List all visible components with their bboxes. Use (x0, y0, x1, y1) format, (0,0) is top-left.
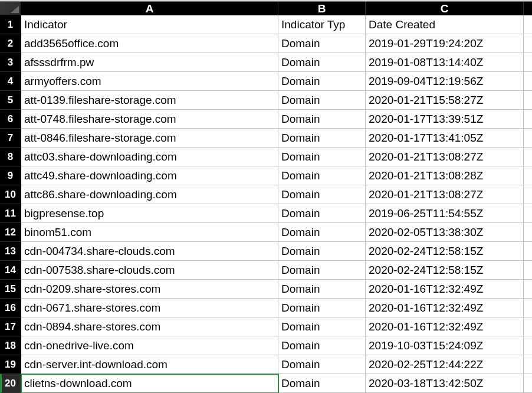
cell-C[interactable]: 2020-02-24T12:58:15Z (366, 242, 524, 261)
cell-B[interactable]: Domain (278, 129, 366, 148)
cell-B[interactable]: Domain (278, 374, 366, 393)
cell-A[interactable]: cdn-007538.share-clouds.com (21, 261, 278, 280)
cell-A[interactable]: cdn-0671.share-stores.com (21, 299, 278, 317)
cell-D-sliver[interactable] (524, 15, 532, 34)
cell-C[interactable]: 2020-01-21T13:08:28Z (366, 166, 524, 185)
cell-D-sliver[interactable] (524, 148, 532, 166)
row-header[interactable]: 3 (0, 53, 21, 72)
cell-A[interactable]: attc03.share-downloading.com (21, 148, 278, 166)
row-header[interactable]: 12 (0, 223, 21, 242)
cell-A[interactable]: att-0846.fileshare-storage.com (21, 129, 278, 148)
select-all-corner[interactable] (0, 2, 21, 15)
cell-B[interactable]: Domain (278, 148, 366, 166)
cell-D-sliver[interactable] (524, 374, 532, 393)
cell-C[interactable]: 2019-09-04T12:19:56Z (366, 72, 524, 91)
cell-D-sliver[interactable] (524, 129, 532, 148)
cell-B[interactable]: Domain (278, 91, 366, 110)
cell-C[interactable]: Date Created (366, 15, 524, 34)
cell-A[interactable]: clietns-download.com (21, 374, 278, 393)
row-header[interactable]: 17 (0, 317, 21, 336)
column-header-C[interactable]: C (366, 2, 524, 15)
cell-B[interactable]: Domain (278, 242, 366, 261)
cell-A[interactable]: afsssdrfrm.pw (21, 53, 278, 72)
cell-D-sliver[interactable] (524, 204, 532, 223)
row-header[interactable]: 6 (0, 110, 21, 129)
cell-D-sliver[interactable] (524, 185, 532, 204)
cell-C[interactable]: 2020-02-24T12:58:15Z (366, 261, 524, 280)
cell-A[interactable]: att-0748.fileshare-storage.com (21, 110, 278, 129)
cell-C[interactable]: 2019-01-29T19:24:20Z (366, 34, 524, 53)
cell-C[interactable]: 2020-01-21T13:08:27Z (366, 148, 524, 166)
cell-C[interactable]: 2020-01-17T13:41:05Z (366, 129, 524, 148)
cell-D-sliver[interactable] (524, 317, 532, 336)
cell-A[interactable]: binom51.com (21, 223, 278, 242)
row-header[interactable]: 4 (0, 72, 21, 91)
cell-B[interactable]: Domain (278, 72, 366, 91)
cell-A[interactable]: attc49.share-downloading.com (21, 166, 278, 185)
cell-B[interactable]: Domain (278, 336, 366, 355)
cell-A[interactable]: cdn-server.int-download.com (21, 355, 278, 374)
cell-C[interactable]: 2020-02-25T12:44:22Z (366, 355, 524, 374)
cell-B[interactable]: Domain (278, 280, 366, 299)
row-header[interactable]: 2 (0, 34, 21, 53)
row-header[interactable]: 19 (0, 355, 21, 374)
cell-B[interactable]: Domain (278, 317, 366, 336)
cell-D-sliver[interactable] (524, 223, 532, 242)
cell-B[interactable]: Domain (278, 223, 366, 242)
cell-B[interactable]: Domain (278, 53, 366, 72)
cell-A[interactable]: armyoffers.com (21, 72, 278, 91)
cell-B[interactable]: Domain (278, 185, 366, 204)
cell-B[interactable]: Domain (278, 110, 366, 129)
cell-B[interactable]: Domain (278, 261, 366, 280)
cell-D-sliver[interactable] (524, 53, 532, 72)
cell-C[interactable]: 2020-01-16T12:32:49Z (366, 280, 524, 299)
row-header[interactable]: 14 (0, 261, 21, 280)
cell-B[interactable]: Domain (278, 34, 366, 53)
cell-C[interactable]: 2020-01-21T15:58:27Z (366, 91, 524, 110)
cell-D-sliver[interactable] (524, 280, 532, 299)
row-header[interactable]: 18 (0, 336, 21, 355)
row-header[interactable]: 10 (0, 185, 21, 204)
cell-C[interactable]: 2019-10-03T15:24:09Z (366, 336, 524, 355)
cell-B[interactable]: Indicator Typ (278, 15, 366, 34)
cell-D-sliver[interactable] (524, 72, 532, 91)
cell-D-sliver[interactable] (524, 242, 532, 261)
row-header[interactable]: 20 (0, 374, 21, 393)
cell-D-sliver[interactable] (524, 166, 532, 185)
column-header-D-sliver[interactable] (524, 2, 532, 15)
column-header-A[interactable]: A (21, 2, 278, 15)
cell-A[interactable]: Indicator (21, 15, 278, 34)
cell-D-sliver[interactable] (524, 336, 532, 355)
cell-A[interactable]: bigpresense.top (21, 204, 278, 223)
cell-D-sliver[interactable] (524, 91, 532, 110)
cell-C[interactable]: 2020-01-21T13:08:27Z (366, 185, 524, 204)
cell-C[interactable]: 2020-01-16T12:32:49Z (366, 299, 524, 317)
cell-C[interactable]: 2020-02-05T13:38:30Z (366, 223, 524, 242)
cell-D-sliver[interactable] (524, 355, 532, 374)
row-header[interactable]: 15 (0, 280, 21, 299)
cell-C[interactable]: 2019-01-08T13:14:40Z (366, 53, 524, 72)
cell-A[interactable]: cdn-onedrive-live.com (21, 336, 278, 355)
cell-D-sliver[interactable] (524, 299, 532, 317)
row-header[interactable]: 13 (0, 242, 21, 261)
cell-A[interactable]: add3565office.com (21, 34, 278, 53)
cell-A[interactable]: attc86.share-downloading.com (21, 185, 278, 204)
cell-A[interactable]: cdn-004734.share-clouds.com (21, 242, 278, 261)
cell-C[interactable]: 2019-06-25T11:54:55Z (366, 204, 524, 223)
cell-B[interactable]: Domain (278, 166, 366, 185)
row-header[interactable]: 5 (0, 91, 21, 110)
cell-C[interactable]: 2020-01-16T12:32:49Z (366, 317, 524, 336)
cell-C[interactable]: 2020-01-17T13:39:51Z (366, 110, 524, 129)
row-header[interactable]: 7 (0, 129, 21, 148)
cell-B[interactable]: Domain (278, 355, 366, 374)
cell-A[interactable]: att-0139.fileshare-storage.com (21, 91, 278, 110)
row-header[interactable]: 1 (0, 15, 21, 34)
row-header[interactable]: 8 (0, 148, 21, 166)
row-header[interactable]: 16 (0, 299, 21, 317)
row-header[interactable]: 11 (0, 204, 21, 223)
row-header[interactable]: 9 (0, 166, 21, 185)
cell-D-sliver[interactable] (524, 34, 532, 53)
cell-B[interactable]: Domain (278, 204, 366, 223)
cell-B[interactable]: Domain (278, 299, 366, 317)
cell-C[interactable]: 2020-03-18T13:42:50Z (366, 374, 524, 393)
